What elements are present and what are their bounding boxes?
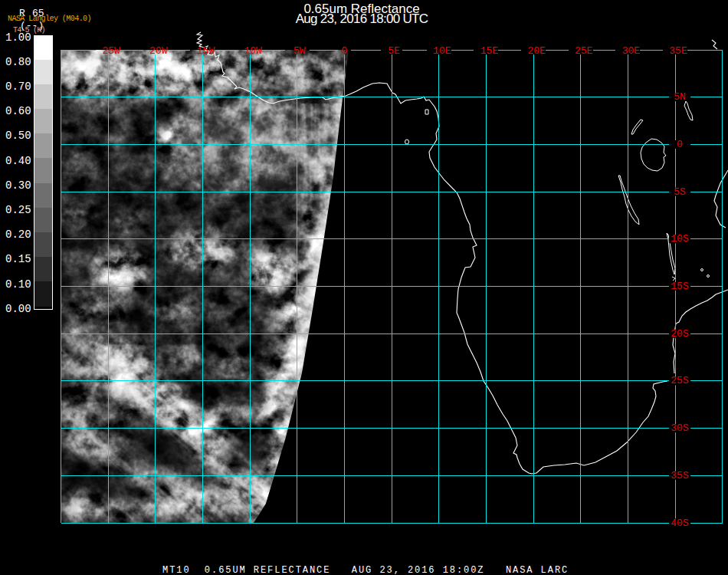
svg-text:20S: 20S <box>671 328 689 340</box>
svg-text:5W: 5W <box>293 45 306 57</box>
svg-text:5N: 5N <box>674 91 686 103</box>
svg-text:0.40: 0.40 <box>5 155 31 167</box>
svg-text:25S: 25S <box>671 375 689 386</box>
svg-text:5E: 5E <box>388 45 400 57</box>
svg-text:0.00: 0.00 <box>5 303 31 315</box>
svg-text:0.30: 0.30 <box>5 179 31 192</box>
svg-text:30S: 30S <box>671 422 689 434</box>
svg-text:35S: 35S <box>671 470 689 481</box>
svg-text:NASA Langley (M04.0): NASA Langley (M04.0) <box>8 15 91 23</box>
svg-text:10W: 10W <box>244 45 262 57</box>
svg-text:10S: 10S <box>671 233 689 245</box>
svg-text:35E: 35E <box>669 45 687 57</box>
svg-text:20W: 20W <box>149 45 168 57</box>
svg-text:0.80: 0.80 <box>5 56 31 68</box>
svg-text:20E: 20E <box>527 45 546 57</box>
svg-text:0.60: 0.60 <box>5 105 31 117</box>
svg-text:0.70: 0.70 <box>5 80 31 93</box>
svg-text:0.50: 0.50 <box>5 130 31 142</box>
svg-text:0: 0 <box>341 45 347 57</box>
svg-text:40S: 40S <box>671 518 689 529</box>
svg-text:0.20: 0.20 <box>5 228 31 241</box>
svg-text:15E: 15E <box>480 45 499 57</box>
svg-text:0.25: 0.25 <box>5 204 31 216</box>
svg-text:0.15: 0.15 <box>5 253 31 265</box>
svg-text:T4-5 (K): T4-5 (K) <box>13 26 45 34</box>
svg-text:15S: 15S <box>671 281 689 292</box>
svg-text:30E: 30E <box>622 45 641 57</box>
svg-text:5S: 5S <box>674 186 686 198</box>
svg-text:25W: 25W <box>102 45 120 57</box>
svg-text:15W: 15W <box>197 45 215 57</box>
svg-text:10E: 10E <box>433 45 451 57</box>
svg-text:0.10: 0.10 <box>5 278 31 291</box>
svg-text:0: 0 <box>677 139 683 150</box>
svg-text:25E: 25E <box>575 45 593 57</box>
svg-text:Aug 23, 2016 18:00 UTC: Aug 23, 2016 18:00 UTC <box>296 12 428 26</box>
svg-text:MT10 0.65UM REFLECTANCE AUG: MT10 0.65UM REFLECTANCE AUG 23, 2016 18:… <box>162 565 569 575</box>
